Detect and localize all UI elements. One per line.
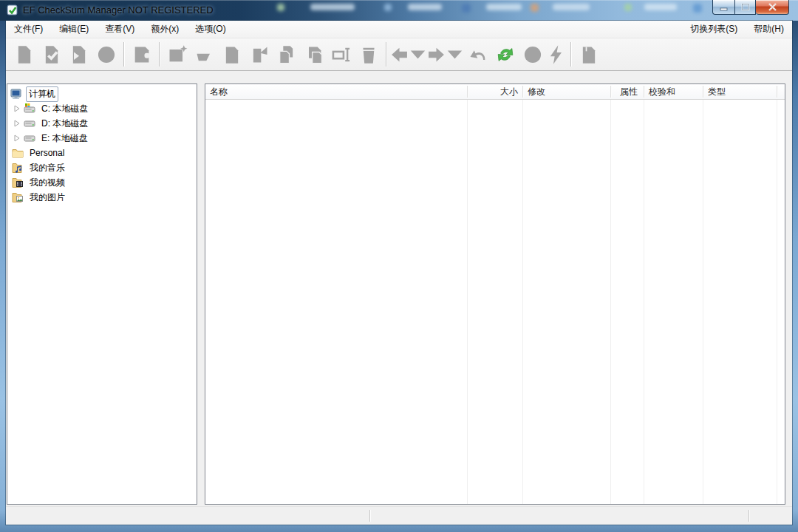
glass-blur-decoration	[644, 4, 677, 10]
tree-item-drive-d[interactable]: D: 本地磁盘	[7, 116, 197, 131]
column-divider[interactable]	[644, 86, 644, 98]
paste-button[interactable]	[300, 41, 327, 69]
caption-buttons	[712, 0, 789, 15]
statusbar-divider	[369, 510, 370, 522]
stop-button[interactable]	[519, 41, 546, 69]
back-button[interactable]	[390, 41, 427, 69]
document-icon	[222, 44, 242, 65]
rename-icon	[331, 44, 352, 65]
glass-blur-decoration	[531, 4, 539, 12]
toolbar-separator	[570, 42, 571, 66]
erase-button[interactable]	[191, 41, 218, 69]
undo-button[interactable]	[464, 41, 491, 69]
list-header: 名称 大小 修改 属性 校验和 类型	[205, 84, 785, 100]
pictures-folder-icon	[12, 191, 24, 203]
back-arrow-icon	[390, 44, 409, 65]
list-body[interactable]	[205, 100, 785, 504]
window-title: EF CheckSum Manager NOT REGISTERED	[23, 4, 214, 16]
tree-item-computer[interactable]: 计算机	[7, 86, 197, 101]
tree-item-drive-e[interactable]: E: 本地磁盘	[7, 131, 197, 146]
menu-extra[interactable]: 额外(x)	[143, 21, 187, 38]
restore-file-icon	[69, 44, 89, 65]
refresh-button[interactable]	[491, 41, 519, 69]
dropdown-caret-icon[interactable]	[409, 44, 427, 65]
app-icon	[7, 4, 18, 16]
column-header-type[interactable]: 类型	[703, 84, 777, 100]
save-file-button[interactable]	[128, 41, 155, 69]
tree-item-personal[interactable]: Personal	[7, 146, 197, 160]
menu-view[interactable]: 查看(V)	[97, 21, 143, 38]
menu-edit[interactable]: 编辑(E)	[51, 21, 97, 38]
column-divider[interactable]	[522, 86, 523, 98]
exit-document-icon	[579, 44, 599, 65]
menu-options[interactable]: 选项(O)	[187, 21, 233, 38]
tree-item-drive-c[interactable]: C: 本地磁盘	[7, 101, 197, 116]
verify-checksum-button[interactable]	[38, 41, 65, 69]
column-header-modified[interactable]: 修改	[523, 84, 610, 100]
menu-file[interactable]: 文件(F)	[6, 21, 51, 38]
menu-help[interactable]: 帮助(H)	[746, 21, 792, 38]
stop-circle-icon	[522, 44, 543, 65]
column-gridline	[703, 100, 703, 504]
copy-button[interactable]	[273, 41, 300, 69]
close-icon	[768, 3, 777, 11]
column-header-checksum[interactable]: 校验和	[644, 84, 703, 100]
tree-item-my-music[interactable]: 我的音乐	[7, 160, 197, 175]
app-window: EF CheckSum Manager NOT REGISTERED 文件(F)…	[0, 0, 798, 532]
tree-item-label: E: 本地磁盘	[39, 132, 90, 146]
undo-arrow-icon	[468, 44, 488, 65]
column-gridline	[610, 100, 611, 504]
column-divider[interactable]	[467, 86, 468, 98]
forward-button[interactable]	[427, 41, 464, 69]
menu-switch-list[interactable]: 切换列表(S)	[682, 21, 746, 38]
restore-file-button[interactable]	[65, 41, 92, 69]
export-document-icon	[249, 44, 270, 65]
record-button[interactable]	[92, 41, 120, 69]
tree-item-my-videos[interactable]: 我的视频	[7, 175, 197, 190]
column-divider[interactable]	[610, 86, 611, 98]
column-gridline	[467, 100, 468, 504]
record-circle-icon	[96, 44, 117, 65]
maximize-button[interactable]	[734, 0, 756, 15]
export-document-button[interactable]	[245, 41, 273, 69]
expand-arrow-icon[interactable]	[13, 120, 21, 127]
delete-button[interactable]	[355, 41, 382, 69]
column-divider[interactable]	[777, 86, 777, 98]
dropdown-caret-icon[interactable]	[446, 44, 464, 65]
new-file-icon	[14, 44, 35, 65]
tree-item-my-pictures[interactable]: 我的图片	[7, 190, 197, 205]
column-header-name[interactable]: 名称	[205, 84, 468, 100]
glass-blur-decoration	[693, 4, 702, 13]
glass-blur-decoration	[277, 4, 284, 11]
title-bar[interactable]: EF CheckSum Manager NOT REGISTERED	[0, 0, 798, 21]
minimize-button[interactable]	[712, 0, 734, 15]
expand-arrow-icon[interactable]	[13, 105, 21, 112]
glass-blur-decoration	[310, 4, 355, 10]
menu-bar: 文件(F) 编辑(E) 查看(V) 额外(x) 选项(O) 切换列表(S) 帮助…	[6, 21, 792, 38]
delete-trash-icon	[358, 44, 379, 65]
exit-button[interactable]	[575, 41, 602, 69]
quick-action-button[interactable]	[546, 41, 567, 69]
glass-blur-decoration	[384, 4, 392, 11]
document-button[interactable]	[218, 41, 245, 69]
file-list-panel[interactable]: 名称 大小 修改 属性 校验和 类型	[205, 83, 785, 505]
tree-item-label: C: 本地磁盘	[39, 102, 90, 116]
column-header-attributes[interactable]: 属性	[611, 84, 644, 100]
rename-button[interactable]	[327, 41, 355, 69]
minimize-icon	[720, 4, 729, 11]
column-divider[interactable]	[703, 86, 703, 98]
paste-icon	[304, 44, 324, 65]
new-folder-button[interactable]	[163, 41, 191, 69]
close-button[interactable]	[756, 0, 789, 15]
client-area: 文件(F) 编辑(E) 查看(V) 额外(x) 选项(O) 切换列表(S) 帮助…	[6, 21, 792, 525]
toolbar-separator	[386, 42, 386, 66]
drive-icon	[24, 132, 35, 144]
glass-blur-decoration	[553, 4, 590, 10]
tree-item-label: 我的图片	[27, 191, 67, 205]
eraser-icon	[194, 44, 215, 65]
folder-tree-panel[interactable]: 计算机 C: 本地磁盘	[7, 83, 197, 505]
new-file-button[interactable]	[10, 41, 38, 69]
video-folder-icon	[12, 177, 24, 188]
column-header-size[interactable]: 大小	[468, 84, 522, 100]
expand-arrow-icon[interactable]	[13, 134, 21, 142]
